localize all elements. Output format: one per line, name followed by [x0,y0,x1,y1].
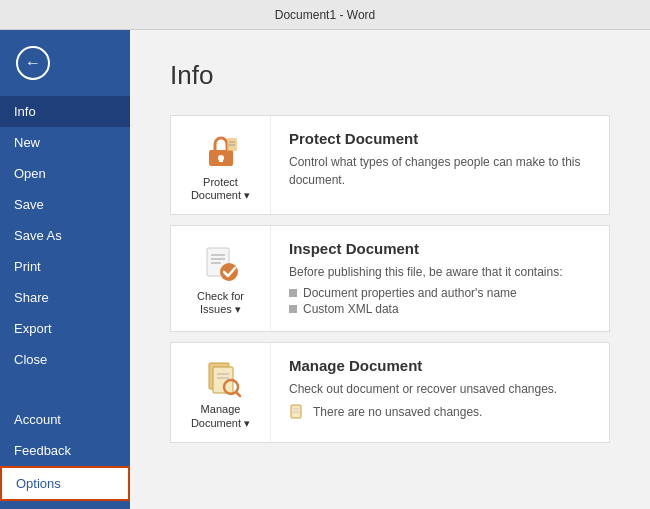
sidebar-item-feedback[interactable]: Feedback [0,435,130,466]
sidebar-item-open[interactable]: Open [0,158,130,189]
manage-document-label[interactable]: ManageDocument ▾ [191,403,250,429]
sidebar-item-save-as[interactable]: Save As [0,220,130,251]
protect-document-icon-area[interactable]: ProtectDocument ▾ [171,116,271,214]
sidebar-item-save[interactable]: Save [0,189,130,220]
svg-point-10 [220,263,238,281]
protect-document-icon [199,128,243,172]
back-button[interactable]: ← [8,38,58,88]
check-issues-icon [199,242,243,286]
svg-line-16 [236,392,240,396]
list-item-properties: Document properties and author's name [289,285,591,301]
sidebar-item-info[interactable]: Info [0,96,130,127]
unsaved-changes-row: There are no unsaved changes. [289,404,591,420]
unsaved-changes-text: There are no unsaved changes. [313,405,482,419]
manage-document-title: Manage Document [289,357,591,374]
back-icon: ← [25,54,41,72]
sidebar-item-close[interactable]: Close [0,344,130,375]
check-issues-label[interactable]: Check forIssues ▾ [197,290,244,316]
inspect-document-icon-area[interactable]: Check forIssues ▾ [171,226,271,331]
manage-document-card: ManageDocument ▾ Manage Document Check o… [170,342,610,442]
protect-document-card: ProtectDocument ▾ Protect Document Contr… [170,115,610,215]
document-small-icon [289,404,305,420]
protect-document-desc: Control what types of changes people can… [289,153,591,189]
page-title: Info [170,60,610,91]
sidebar-item-print[interactable]: Print [0,251,130,282]
sidebar-item-account[interactable]: Account [0,404,130,435]
svg-rect-2 [219,158,223,162]
manage-document-icon [199,355,243,399]
bullet-icon [289,289,297,297]
protect-document-content: Protect Document Control what types of c… [271,116,609,214]
sidebar-nav: Info New Open Save Save As Print Share E… [0,96,130,509]
protect-document-label[interactable]: ProtectDocument ▾ [191,176,250,202]
manage-document-icon-area[interactable]: ManageDocument ▾ [171,343,271,441]
sidebar-item-export[interactable]: Export [0,313,130,344]
bullet-icon [289,305,297,313]
sidebar: ← Info New Open Save Save As Print Share… [0,30,130,509]
protect-document-title: Protect Document [289,130,591,147]
inspect-document-content: Inspect Document Before publishing this … [271,226,609,331]
inspect-document-card: Check forIssues ▾ Inspect Document Befor… [170,225,610,332]
title-bar-text: Document1 - Word [275,8,375,22]
inspect-document-list: Document properties and author's name Cu… [289,285,591,317]
manage-document-content: Manage Document Check out document or re… [271,343,609,441]
sidebar-item-share[interactable]: Share [0,282,130,313]
manage-document-desc: Check out document or recover unsaved ch… [289,380,591,398]
inspect-document-title: Inspect Document [289,240,591,257]
list-item-xml: Custom XML data [289,301,591,317]
sidebar-item-new[interactable]: New [0,127,130,158]
main-panel: Info [130,30,650,509]
inspect-document-desc: Before publishing this file, be aware th… [289,263,591,281]
sidebar-item-options[interactable]: Options [0,466,130,501]
